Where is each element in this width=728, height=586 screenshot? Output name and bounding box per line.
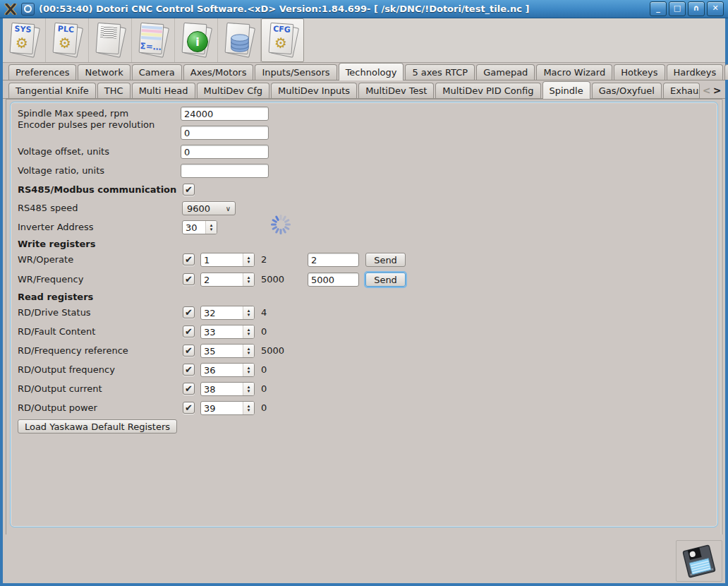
stepper-buttons[interactable]: ▴ ▾ bbox=[205, 221, 217, 234]
tab-axes-motors[interactable]: Axes/Motors bbox=[183, 64, 254, 80]
wr-frequency-value-input[interactable] bbox=[308, 273, 359, 287]
encoder-pulses-input[interactable] bbox=[181, 126, 269, 140]
form-row: Encoder pulses per revolution bbox=[11, 121, 717, 145]
toolbar-plc-button[interactable]: PLC ⚙ bbox=[46, 18, 89, 62]
wr-operate-register-stepper[interactable]: 1 ▴ ▾ bbox=[200, 253, 255, 267]
spin-down-icon: ▾ bbox=[248, 370, 250, 374]
wr-operate-send-button[interactable]: Send bbox=[365, 253, 406, 267]
check-icon: ✔ bbox=[185, 308, 193, 317]
rd-drive-status-checkbox[interactable]: ✔ bbox=[183, 306, 195, 318]
tab-multidev-test[interactable]: MultiDev Test bbox=[358, 83, 434, 98]
tab-multi-head[interactable]: Multi Head bbox=[132, 83, 195, 98]
toolbar-macro-button[interactable]: Σ=… bbox=[132, 18, 175, 62]
scroll-left-icon[interactable]: < bbox=[701, 83, 712, 97]
wr-frequency-checkbox[interactable]: ✔ bbox=[183, 273, 195, 285]
register-label: WR/Frequency bbox=[18, 273, 83, 287]
tab-gamepad[interactable]: Gamepad bbox=[476, 64, 535, 80]
tab-inputs-sensors[interactable]: Inputs/Sensors bbox=[255, 64, 336, 80]
tab-5-axes-rtcp[interactable]: 5 axes RTCP bbox=[405, 64, 475, 80]
wr-operate-value-input[interactable] bbox=[308, 253, 359, 267]
tab-preferences[interactable]: Preferences bbox=[8, 64, 76, 80]
scroll-right-icon[interactable]: > bbox=[712, 83, 722, 97]
tab-macro-wizard[interactable]: Macro Wizard bbox=[536, 64, 612, 80]
rd-frequency-reference-checkbox[interactable]: ✔ bbox=[183, 345, 195, 357]
spin-down-icon: ▾ bbox=[248, 351, 250, 355]
register-current-value: 5000 bbox=[261, 273, 284, 287]
register-label: RD/Drive Status bbox=[18, 306, 91, 320]
tab-camera[interactable]: Camera bbox=[132, 64, 182, 80]
tab-multidev-cfg[interactable]: MultiDev Cfg bbox=[197, 83, 270, 98]
stepper-buttons[interactable]: ▴ ▾ bbox=[243, 325, 254, 338]
tab-gas-oxyfuel[interactable]: Gas/Oxyfuel bbox=[592, 83, 662, 98]
rd-output-frequency-register-stepper[interactable]: 36 ▴ ▾ bbox=[200, 363, 255, 377]
stepper-buttons[interactable]: ▴ ▾ bbox=[243, 273, 254, 286]
tab-exhaust-extract[interactable]: Exhaust/Extract bbox=[663, 83, 700, 98]
shade-button[interactable]: ∩ bbox=[688, 1, 705, 16]
save-button[interactable] bbox=[676, 540, 722, 582]
rd-output-power-register-stepper[interactable]: 39 ▴ ▾ bbox=[200, 401, 255, 415]
toolbar-database-button[interactable] bbox=[218, 18, 261, 62]
tab-multidev-inputs[interactable]: MultiDev Inputs bbox=[271, 83, 357, 98]
tab-hardkeys[interactable]: Hardkeys bbox=[667, 64, 724, 80]
stepper-buttons[interactable]: ▴ ▾ bbox=[243, 364, 254, 376]
register-number: 2 bbox=[201, 273, 243, 286]
toolbar-editor-button[interactable] bbox=[89, 18, 132, 62]
check-icon: ✔ bbox=[185, 384, 193, 393]
stepper-buttons[interactable]: ▴ ▾ bbox=[243, 306, 254, 319]
rd-output-current-checkbox[interactable]: ✔ bbox=[183, 383, 195, 395]
tab-tangential-knife[interactable]: Tangential Knife bbox=[8, 83, 96, 98]
toolbar-cfg-button[interactable]: CFG ⚙ bbox=[261, 18, 304, 62]
close-button[interactable]: ✕ bbox=[707, 1, 724, 16]
check-icon: ✔ bbox=[185, 275, 193, 284]
wr-frequency-send-button[interactable]: Send bbox=[365, 273, 406, 287]
bottom-bar bbox=[3, 534, 725, 583]
inverter-address-stepper[interactable]: 30 ▴ ▾ bbox=[182, 220, 217, 234]
modbus-checkbox[interactable]: ✔ bbox=[183, 184, 195, 196]
stepper-buttons[interactable]: ▴ ▾ bbox=[243, 402, 254, 414]
rd-output-frequency-checkbox[interactable]: ✔ bbox=[183, 364, 195, 376]
wr-frequency-register-stepper[interactable]: 2 ▴ ▾ bbox=[200, 273, 255, 287]
register-row: RD/Fault Content ✔ 33 ▴ ▾ 0 bbox=[11, 325, 717, 339]
spin-down-icon: ▾ bbox=[248, 408, 250, 412]
window-menu-button[interactable] bbox=[21, 3, 35, 16]
toolbar-info-button[interactable]: i bbox=[175, 18, 218, 62]
tab-technology[interactable]: Technology bbox=[339, 63, 404, 80]
rd-frequency-reference-register-stepper[interactable]: 35 ▴ ▾ bbox=[200, 344, 255, 358]
maximize-button[interactable]: □ bbox=[669, 1, 686, 16]
section-heading-row: Read registers bbox=[11, 290, 717, 304]
minimize-button[interactable]: _ bbox=[650, 1, 667, 16]
stepper-buttons[interactable]: ▴ ▾ bbox=[243, 383, 254, 395]
tab-hotkeys[interactable]: Hotkeys bbox=[614, 64, 665, 80]
tab-multidev-pid-config[interactable]: MultiDev PID Config bbox=[435, 83, 540, 98]
rs485-speed-dropdown[interactable]: 9600 ∨ bbox=[182, 201, 236, 215]
stepper-buttons[interactable]: ▴ ▾ bbox=[243, 253, 254, 266]
rd-fault-content-checkbox[interactable]: ✔ bbox=[183, 325, 195, 337]
plc-label: PLC bbox=[57, 24, 74, 35]
register-row: RD/Output power ✔ 39 ▴ ▾ 0 bbox=[11, 401, 717, 415]
register-label: RD/Output frequency bbox=[18, 363, 115, 377]
register-value: 0 bbox=[261, 325, 267, 339]
register-number: 33 bbox=[201, 325, 243, 338]
tab-network[interactable]: Network bbox=[78, 64, 130, 80]
rd-fault-content-register-stepper[interactable]: 33 ▴ ▾ bbox=[200, 325, 255, 339]
rd-output-current-register-stepper[interactable]: 38 ▴ ▾ bbox=[200, 382, 255, 396]
wr-operate-checkbox[interactable]: ✔ bbox=[183, 253, 195, 265]
tab-thc[interactable]: THC bbox=[97, 83, 131, 98]
tab-truncated[interactable]: Ha bbox=[724, 64, 728, 80]
toolbar-sys-button[interactable]: SYS ⚙ bbox=[3, 18, 46, 62]
voltage-ratio-input[interactable] bbox=[181, 164, 269, 178]
spindle-max-speed-input[interactable] bbox=[181, 107, 269, 121]
tab-spindle[interactable]: Spindle bbox=[542, 81, 590, 99]
rd-output-power-checkbox[interactable]: ✔ bbox=[183, 402, 195, 414]
rd-drive-status-register-stepper[interactable]: 32 ▴ ▾ bbox=[200, 306, 255, 320]
register-row: WR/Operate ✔ 1 ▴ ▾ 2 Send bbox=[11, 253, 717, 267]
check-icon: ✔ bbox=[185, 346, 193, 355]
check-icon: ✔ bbox=[185, 365, 193, 374]
stepper-buttons[interactable]: ▴ ▾ bbox=[243, 345, 254, 357]
register-value: 0 bbox=[261, 382, 267, 396]
tab-scroll-controls: < > bbox=[701, 83, 725, 98]
voltage-offset-input[interactable] bbox=[181, 145, 269, 159]
load-yaskawa-defaults-button[interactable]: Load Yaskawa Default Registers bbox=[18, 419, 177, 433]
write-registers-heading: Write registers bbox=[18, 237, 95, 251]
sigma-icon: Σ=… bbox=[140, 42, 162, 52]
